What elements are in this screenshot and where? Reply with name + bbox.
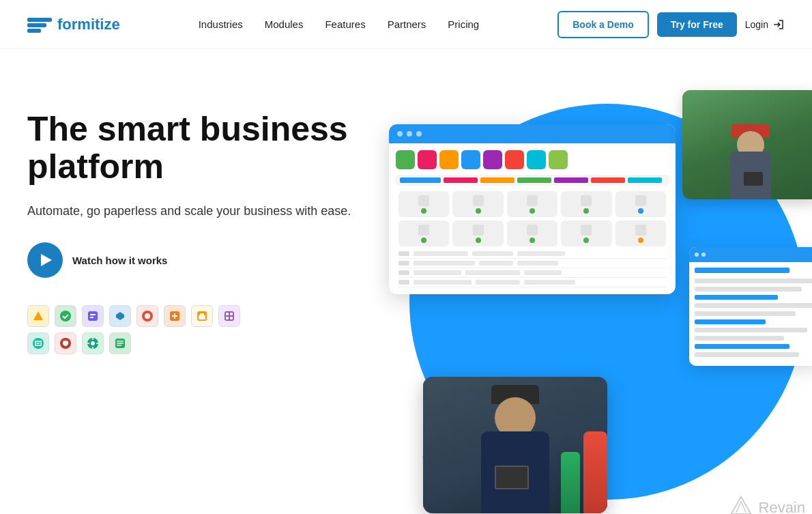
integration-icon-8 bbox=[218, 305, 240, 327]
svg-rect-25 bbox=[117, 341, 124, 342]
revain-text: Revain bbox=[759, 499, 805, 514]
hero-section: The smart business platform Automate, go… bbox=[0, 49, 812, 514]
nav-modules[interactable]: Modules bbox=[265, 18, 304, 30]
svg-rect-15 bbox=[224, 311, 234, 321]
hero-visual: Revain bbox=[362, 70, 812, 514]
mechanic-photo bbox=[423, 377, 607, 513]
nav-features[interactable]: Features bbox=[325, 18, 365, 30]
screenshot-header-bar bbox=[389, 124, 676, 143]
integration-icon-3 bbox=[82, 305, 104, 327]
right-screenshot-body bbox=[689, 262, 812, 366]
hero-title: The smart business platform bbox=[27, 111, 355, 186]
integration-icon-4 bbox=[109, 305, 131, 327]
nav-partners[interactable]: Partners bbox=[388, 18, 426, 30]
integration-icon-6 bbox=[164, 305, 186, 327]
logo-icon bbox=[27, 15, 52, 34]
hero-subtitle: Automate, go paperless and scale your bu… bbox=[27, 202, 355, 220]
integration-icon-1 bbox=[27, 305, 49, 327]
nav-pricing[interactable]: Pricing bbox=[448, 18, 479, 30]
integration-icon-5 bbox=[136, 305, 158, 327]
svg-rect-5 bbox=[88, 311, 98, 321]
header-actions: Book a Demo Try for Free Login bbox=[557, 11, 785, 38]
svg-rect-26 bbox=[117, 343, 124, 344]
integration-icon-12 bbox=[109, 332, 131, 354]
svg-rect-19 bbox=[230, 317, 233, 319]
svg-rect-18 bbox=[226, 317, 229, 319]
screenshot-list bbox=[396, 249, 669, 287]
svg-rect-14 bbox=[200, 313, 204, 316]
watch-label: Watch how it works bbox=[72, 255, 167, 266]
integration-icon-11 bbox=[82, 332, 104, 354]
screenshot-body bbox=[389, 143, 676, 294]
svg-point-10 bbox=[145, 313, 150, 319]
svg-point-23 bbox=[91, 341, 95, 345]
nav-industries[interactable]: Industries bbox=[199, 18, 243, 30]
svg-rect-2 bbox=[27, 29, 41, 33]
farmer-figure bbox=[682, 90, 812, 199]
revain-watermark: Revain bbox=[729, 496, 805, 514]
brand-name: formitize bbox=[57, 16, 120, 33]
integration-icon-9 bbox=[27, 332, 49, 354]
dashboard-screenshot bbox=[389, 124, 676, 294]
login-button[interactable]: Login bbox=[745, 18, 785, 31]
play-button-circle[interactable] bbox=[27, 242, 63, 278]
svg-rect-7 bbox=[90, 317, 93, 318]
svg-rect-27 bbox=[117, 345, 121, 346]
right-screenshot-header bbox=[689, 247, 812, 262]
farmer-photo bbox=[682, 90, 812, 199]
screenshot-table-header bbox=[396, 175, 669, 186]
right-screenshot bbox=[689, 247, 812, 366]
svg-marker-8 bbox=[116, 312, 124, 320]
hero-left: The smart business platform Automate, go… bbox=[27, 83, 355, 354]
screenshot-cards-grid bbox=[396, 188, 669, 249]
book-demo-button[interactable]: Book a Demo bbox=[557, 11, 648, 38]
svg-point-4 bbox=[60, 311, 71, 322]
red-tank bbox=[583, 431, 607, 513]
svg-rect-17 bbox=[230, 313, 233, 315]
svg-rect-16 bbox=[226, 313, 229, 315]
integration-icon-2 bbox=[55, 305, 76, 327]
revain-logo-icon bbox=[729, 496, 753, 514]
header: formitize Industries Modules Features Pa… bbox=[0, 0, 812, 49]
login-label: Login bbox=[745, 19, 768, 30]
logo: formitize bbox=[27, 15, 120, 34]
svg-rect-1 bbox=[27, 23, 46, 27]
mechanic-figure bbox=[471, 390, 560, 513]
integration-icons-row bbox=[27, 305, 259, 354]
watch-how-it-works-button[interactable]: Watch how it works bbox=[27, 242, 355, 278]
login-arrow-icon bbox=[772, 18, 785, 31]
play-triangle-icon bbox=[41, 254, 52, 266]
integration-icon-7 bbox=[191, 305, 213, 327]
green-tank bbox=[561, 452, 580, 513]
integration-icon-10 bbox=[55, 332, 76, 354]
svg-marker-3 bbox=[33, 311, 43, 320]
svg-rect-0 bbox=[27, 18, 52, 22]
try-free-button[interactable]: Try for Free bbox=[657, 12, 737, 37]
main-nav: Industries Modules Features Partners Pri… bbox=[199, 18, 480, 30]
svg-rect-6 bbox=[90, 314, 96, 315]
